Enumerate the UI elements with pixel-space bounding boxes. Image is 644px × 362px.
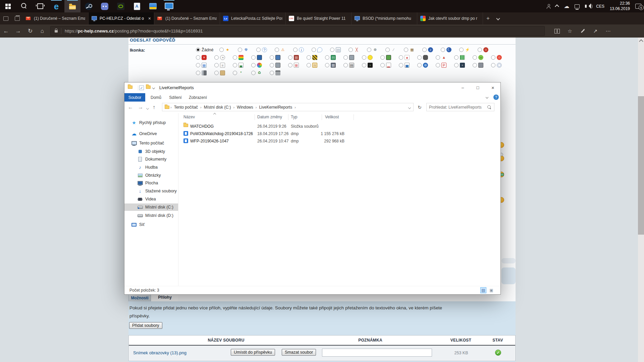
taskbar-start-button[interactable] <box>0 0 16 12</box>
people-icon[interactable] <box>547 5 550 8</box>
favorites-star-icon[interactable]: ☆ <box>564 28 576 34</box>
file-row[interactable]: WATCHDOG26.04.2019 9:26Složka souborů <box>179 123 499 130</box>
column-header-size[interactable]: Velikost <box>325 115 339 119</box>
new-tab-button[interactable]: + <box>483 12 493 24</box>
icon-radio-none[interactable] <box>196 48 200 52</box>
icon-radio-box[interactable] <box>214 71 219 75</box>
taskbar-file-explorer-button[interactable] <box>64 0 80 12</box>
icon-radio-color-wheel[interactable] <box>251 63 256 67</box>
icon-radio-cd[interactable] <box>491 63 495 67</box>
icon-radio-calculator[interactable] <box>325 63 329 67</box>
icon-radio-signal[interactable] <box>454 55 459 60</box>
icon-radio-cards[interactable] <box>399 55 403 60</box>
set-tabs-aside-button[interactable] <box>0 12 11 24</box>
minimize-button[interactable]: – <box>455 82 470 93</box>
icon-radio-gauge[interactable] <box>214 55 219 60</box>
icon-radio-bar-chart[interactable] <box>399 63 403 67</box>
more-options-icon[interactable]: ⋯ <box>602 28 614 34</box>
icon-radio-notes[interactable] <box>214 63 219 67</box>
browser-tab[interactable]: Jak otevřít soubor dmp po r <box>417 12 483 24</box>
icon-radio-traffic-light[interactable] <box>233 55 237 60</box>
icon-radio-barrier[interactable] <box>307 55 311 60</box>
clock[interactable]: 22:36 13.06.2019 <box>610 1 630 11</box>
qat-properties-button[interactable]: ✓ <box>139 85 144 90</box>
icon-radio-green-smiley[interactable] <box>473 55 477 60</box>
icon-radio-monitor[interactable] <box>251 55 256 60</box>
icon-radio-lightning[interactable] <box>459 48 464 52</box>
icon-radio-usb[interactable] <box>196 71 200 75</box>
taskbar-mail-button[interactable] <box>145 0 161 12</box>
sidebar-item-videos[interactable]: Videa <box>124 195 178 203</box>
attachment-filename-link[interactable]: Snímek obrazovky (13).png <box>133 350 186 355</box>
icon-radio-bricks[interactable] <box>288 55 292 60</box>
column-header-date[interactable]: Datum změny <box>257 115 282 119</box>
browser-tab[interactable]: (1) Doručené – Seznam Ema <box>154 12 220 24</box>
refresh-button[interactable]: ↻ <box>24 27 36 35</box>
breadcrumb-item[interactable]: Windows <box>235 105 255 110</box>
sidebar-item-pictures[interactable]: Obrázky <box>124 172 178 179</box>
taskbar-word-viewer-button[interactable]: A <box>129 0 145 12</box>
nav-history-chevron[interactable] <box>147 103 149 114</box>
icon-radio-recycle-bin[interactable] <box>251 71 256 75</box>
icon-radio-floppy[interactable] <box>454 63 459 67</box>
breadcrumb-bar[interactable]: ›Tento počítač›Místní disk (C:)›Windows›… <box>162 103 414 111</box>
icon-radio-gear[interactable] <box>367 48 371 52</box>
icon-radio-moon[interactable] <box>441 48 445 52</box>
sidebar-item-this-pc[interactable]: Tento počítač <box>124 139 178 147</box>
browser-tab[interactable]: (1) Doručené – Seznam Ema <box>23 12 89 24</box>
page-url[interactable]: https://pc-help.cnews.cz/posting.php?mod… <box>65 28 203 34</box>
icon-radio-tools[interactable] <box>348 48 353 52</box>
breadcrumb-item[interactable]: Místní disk (C:) <box>203 105 232 110</box>
back-button[interactable]: ← <box>0 28 12 35</box>
icon-radio-question[interactable] <box>256 48 261 52</box>
icon-radio-trash-can[interactable] <box>270 71 274 75</box>
volume-icon[interactable] <box>585 5 587 8</box>
breadcrumb-item[interactable]: LiveKernelReports <box>258 105 293 110</box>
tabs-aside-list-button[interactable] <box>11 12 23 24</box>
icon-radio-battery[interactable] <box>380 55 385 60</box>
scrollbar-thumb[interactable] <box>638 96 644 235</box>
icon-radio-pen[interactable] <box>385 48 390 52</box>
icon-radio-nuclear[interactable] <box>238 48 242 52</box>
home-button[interactable]: ⌂ <box>36 28 48 35</box>
taskbar-discord-button[interactable] <box>97 0 113 12</box>
onedrive-tray-icon[interactable]: ☁ <box>564 4 569 9</box>
icon-radio-antenna[interactable] <box>436 55 440 60</box>
taskbar-remote-pc-button[interactable] <box>161 0 177 12</box>
column-header-type[interactable]: Typ <box>291 115 297 119</box>
nav-up-button[interactable]: ↑ <box>153 102 155 113</box>
language-indicator[interactable]: CES <box>596 4 604 9</box>
icon-radio-hard-drive[interactable] <box>473 63 477 67</box>
icon-radio-city[interactable] <box>404 48 408 52</box>
qat-customize-chevron[interactable] <box>153 87 155 89</box>
column-header-name[interactable]: Název <box>183 115 195 119</box>
ink-pen-icon[interactable] <box>576 31 589 32</box>
sidebar-item-drive-d[interactable]: Místní disk (D:) <box>124 212 178 219</box>
icon-radio-warning[interactable] <box>275 48 279 52</box>
nav-forward-button[interactable]: → <box>138 102 143 113</box>
icon-radio-laptop[interactable] <box>270 55 274 60</box>
icon-radio-table[interactable] <box>196 63 200 67</box>
taskbar-edge-button[interactable]: e <box>48 0 64 12</box>
icon-radio-phone[interactable] <box>270 63 274 67</box>
icon-radio-pda[interactable] <box>343 55 348 60</box>
icon-radio-globe[interactable] <box>417 63 422 67</box>
attachment-comment-input[interactable] <box>322 349 432 357</box>
icon-radio-copies[interactable] <box>330 48 334 52</box>
add-files-button[interactable]: Přidat soubory <box>129 322 162 329</box>
forward-button[interactable]: → <box>12 28 24 35</box>
maximize-button[interactable]: □ <box>470 82 485 93</box>
browser-tab[interactable]: LeLeteckaPosta.cz Sdílejte Pos <box>220 12 286 24</box>
icon-radio-info[interactable] <box>293 48 298 52</box>
scroll-up-arrow[interactable] <box>639 39 643 44</box>
network-icon[interactable] <box>575 4 580 8</box>
place-inline-button[interactable]: Umístit do příspěvku <box>231 349 275 356</box>
ribbon-tab-share[interactable]: Sdílení <box>166 93 185 102</box>
browser-tab[interactable]: CZCBe quiet! Straight Power 11 <box>286 12 352 24</box>
icon-radio-music[interactable] <box>422 48 427 52</box>
icon-radio-icq-flower[interactable] <box>233 71 237 75</box>
close-tab-icon[interactable]: × <box>148 16 151 21</box>
icon-radio-windows-file[interactable] <box>288 63 292 67</box>
icon-radio-pdf[interactable] <box>436 63 440 67</box>
ribbon-collapse-chevron[interactable] <box>486 96 488 98</box>
